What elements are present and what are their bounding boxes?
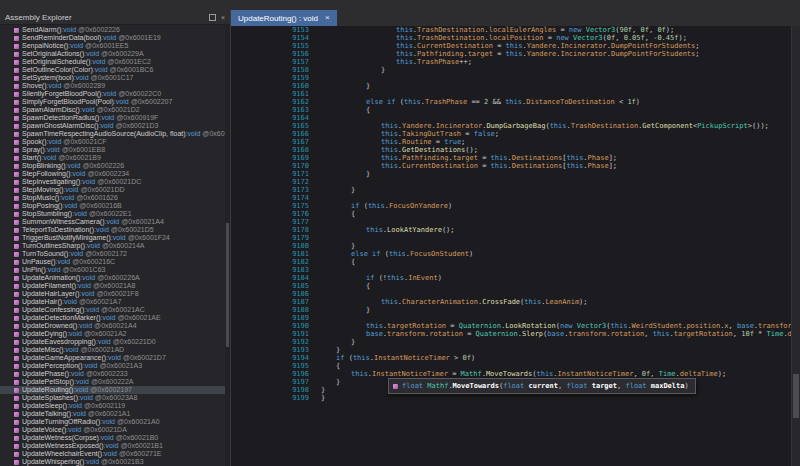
code-line[interactable]: 9174 — [231, 194, 800, 202]
close-icon[interactable]: × — [221, 14, 225, 21]
code-line[interactable]: 9179 — [231, 234, 800, 242]
tree-item-method[interactable]: StopPosing() : void@0x600216B — [0, 202, 230, 210]
code-line[interactable]: 9187this.CharacterAnimation.CrossFade(th… — [231, 298, 800, 306]
tree-item-method[interactable]: UpdatePhase() : void@0x6002233 — [0, 370, 230, 378]
tree-item-method[interactable]: SpawnAlarmDisc() : void@0x60021D2 — [0, 106, 230, 114]
code-line[interactable]: 9153this.TrashDestination.localEulerAngl… — [231, 26, 800, 34]
tree-item-method[interactable]: StepMoving() : void@0x60021DD — [0, 186, 230, 194]
code-line[interactable]: 9199} — [231, 394, 800, 402]
code-line[interactable]: 9193} — [231, 346, 800, 354]
tree-item-method[interactable]: UpdateDrowned() : void@0x60021A4 — [0, 322, 230, 330]
code-line[interactable]: 9154this.TrashDestination.localPosition … — [231, 34, 800, 42]
code-line[interactable]: 9167this.Routine = true; — [231, 138, 800, 146]
tree-item-method[interactable]: UnPin() : void@0x6001C63 — [0, 266, 230, 274]
code-line[interactable]: 9161 — [231, 90, 800, 98]
code-line[interactable]: 9188} — [231, 306, 800, 314]
editor-scrollbar[interactable] — [791, 26, 800, 466]
code-line[interactable]: 9170this.CurrentDestination = this.Desti… — [231, 162, 800, 170]
tree-item-method[interactable]: UpdateFilament() : void@0x60021A8 — [0, 282, 230, 290]
tree-item-method[interactable]: UpdateSleep() : void@0x6002119 — [0, 402, 230, 410]
code-line[interactable]: 9173} — [231, 186, 800, 194]
code-line[interactable]: 9175if (this.FocusOnYandere) — [231, 202, 800, 210]
tree-item-method[interactable]: UpdateDying() : void@0x60021A2 — [0, 330, 230, 338]
tab-close-icon[interactable]: × — [325, 14, 330, 22]
code-line[interactable]: 9189 — [231, 314, 800, 322]
tree-item-method[interactable]: StopBlinking() : void@0x6002226 — [0, 162, 230, 170]
tree-item-method[interactable]: UpdateHairLayer() : void@0x60021F8 — [0, 290, 230, 298]
code-line[interactable]: 9190this.targetRotation = Quaternion.Loo… — [231, 322, 800, 330]
tree-item-method[interactable]: SpawnTimeRespectingAudioSource(AudioClip… — [0, 130, 230, 138]
tree-item-method[interactable]: StepFollowing() : void@0x6002234 — [0, 170, 230, 178]
tree-item-method[interactable]: UpdateTurningOffRadio() : void@0x60021A0 — [0, 418, 230, 426]
tree-item-method[interactable]: Start() : void@0x60021B9 — [0, 154, 230, 162]
pin-icon[interactable] — [209, 14, 216, 21]
tree-item-method[interactable]: SetOutlineColor(Color) : void@0x6001BC6 — [0, 66, 230, 74]
editor-scrollbar-thumb[interactable] — [793, 374, 799, 418]
code-line[interactable]: 9160} — [231, 82, 800, 90]
tree-item-method[interactable]: UpdateMisc() : void@0x60021AD — [0, 346, 230, 354]
panel-scrollbar-thumb[interactable] — [226, 223, 229, 347]
tree-item-method[interactable]: UpdateHair() : void@0x60021A7 — [0, 298, 230, 306]
tree-item-method[interactable]: TurnToSound() : void@0x6002172 — [0, 250, 230, 258]
code-line[interactable]: 9155this.CurrentDestination = this.Yande… — [231, 42, 800, 50]
tree-item-method[interactable]: UpdateTalking() : void@0x60021A1 — [0, 410, 230, 418]
code-line[interactable]: 9168this.GetDestinations(); — [231, 146, 800, 154]
tree-item-method[interactable]: SetOriginalActions() : void@0x600229A — [0, 50, 230, 58]
tree-item-method[interactable]: UpdateWetnessExposed() : void@0x60021B1 — [0, 442, 230, 450]
tree-item-method[interactable]: UpdateEavesdropping() : void@0x60221D0 — [0, 338, 230, 346]
tree-item-method[interactable]: UpdateWheelchairEvent() : void@0x600271E — [0, 450, 230, 458]
tree-item-method[interactable]: SenpaiNotice() : void@0x6001EE5 — [0, 42, 230, 50]
tree-item-method[interactable]: UpdateVoice() : void@0x60021DA — [0, 426, 230, 434]
tree-item-method[interactable]: SetSystem(bool) : void@0x6001C17 — [0, 74, 230, 82]
tree-item-method[interactable]: UpdateAnimation() : void@0x600226A — [0, 274, 230, 282]
code-line[interactable]: 9159 — [231, 74, 800, 82]
tree-item-method[interactable]: TeleportToDestination() : void@0x60021D5 — [0, 226, 230, 234]
code-line[interactable]: 9166this.TakingOutTrash = false; — [231, 130, 800, 138]
code-line[interactable]: 9172 — [231, 178, 800, 186]
tree-item-method[interactable]: UpdatePetStop() : void@0x600222A — [0, 378, 230, 386]
code-line[interactable]: 9181else if (this.FocusOnStudent) — [231, 250, 800, 258]
code-editor[interactable]: 9153this.TrashDestination.localEulerAngl… — [231, 26, 800, 466]
code-line[interactable]: 9158} — [231, 66, 800, 74]
tree-item-method[interactable]: StepInvestigating() : void@0x60021DC — [0, 178, 230, 186]
tree-item-method[interactable]: UpdateRouting() : void@0x6002197 — [0, 386, 230, 394]
code-line[interactable]: 9195{ — [231, 362, 800, 370]
code-line[interactable]: 9185{ — [231, 282, 800, 290]
code-line[interactable]: 9194if (this.InstantNoticeTimer > 0f) — [231, 354, 800, 362]
code-line[interactable]: 9191base.transform.rotation = Quaternion… — [231, 330, 800, 338]
tree-item-method[interactable]: TurnOutlinesSharp() : void@0x600214A — [0, 242, 230, 250]
code-line[interactable]: 9164 — [231, 114, 800, 122]
code-line[interactable]: 9169this.Pathfinding.target = this.Desti… — [231, 154, 800, 162]
tree-item-method[interactable]: UpdatePerception() : void@0x60021A3 — [0, 362, 230, 370]
code-line[interactable]: 9171} — [231, 170, 800, 178]
tree-item-method[interactable]: Shove() : void@0x6002289 — [0, 82, 230, 90]
code-line[interactable]: 9178this.LookAtYandere(); — [231, 226, 800, 234]
tree-item-method[interactable]: StopStumbling() : void@0x60022E1 — [0, 210, 230, 218]
tree-item-method[interactable]: SilentlyForgetBloodPool() : void@0x60022… — [0, 90, 230, 98]
tree-item-method[interactable]: SummonWitnessCamera() : void@0x60021A4 — [0, 218, 230, 226]
code-line[interactable]: 9176{ — [231, 210, 800, 218]
code-line[interactable]: 9196this.InstantNoticeTimer = Mathf.Move… — [231, 370, 800, 378]
code-line[interactable]: 9192} — [231, 338, 800, 346]
tree-item-method[interactable]: SetOriginalSchedule() : void@0x6001EC2 — [0, 58, 230, 66]
tree-item-method[interactable]: UpdateSplashes() : void@0x60023A8 — [0, 394, 230, 402]
tree-item-method[interactable]: UpdateConfessing() : void@0x60021AC — [0, 306, 230, 314]
tree-item-method[interactable]: UpdateWhispering() : void@0x60021B3 — [0, 458, 230, 466]
tree-item-method[interactable]: Spray() : void@0x6001EB8 — [0, 146, 230, 154]
code-line[interactable]: 9182{ — [231, 258, 800, 266]
tab-updaterouting[interactable]: UpdateRouting() : void × — [231, 10, 337, 26]
tree-item-method[interactable]: UpdateDetectionMarker() : void@0x60021AE — [0, 314, 230, 322]
tree-item-method[interactable]: UpdateGameAppearance() : void@0x60021D7 — [0, 354, 230, 362]
code-line[interactable]: 9183 — [231, 266, 800, 274]
code-line[interactable]: 9184if (!this.InEvent) — [231, 274, 800, 282]
tree-item-method[interactable]: Spook() : void@0x60021CF — [0, 138, 230, 146]
tree-item-method[interactable]: SpawnGhostAlarmDisc() : void@0x60021D3 — [0, 122, 230, 130]
code-line[interactable]: 9156this.Pathfinding.target = this.Yande… — [231, 50, 800, 58]
tree-item-method[interactable]: UnPause() : void@0x600216C — [0, 258, 230, 266]
tree-item-method[interactable]: SendReminderData(bool) : void@0x6001E19 — [0, 34, 230, 42]
code-line[interactable]: 9165this.Yandere.Incinerator.DumpGarbage… — [231, 122, 800, 130]
code-line[interactable]: 9163{ — [231, 106, 800, 114]
code-line[interactable]: 9177 — [231, 218, 800, 226]
tree-item-method[interactable]: StopMusic() : void@0x6001626 — [0, 194, 230, 202]
tree-item-method[interactable]: SendAlarm() : void@0x6002226 — [0, 26, 230, 34]
